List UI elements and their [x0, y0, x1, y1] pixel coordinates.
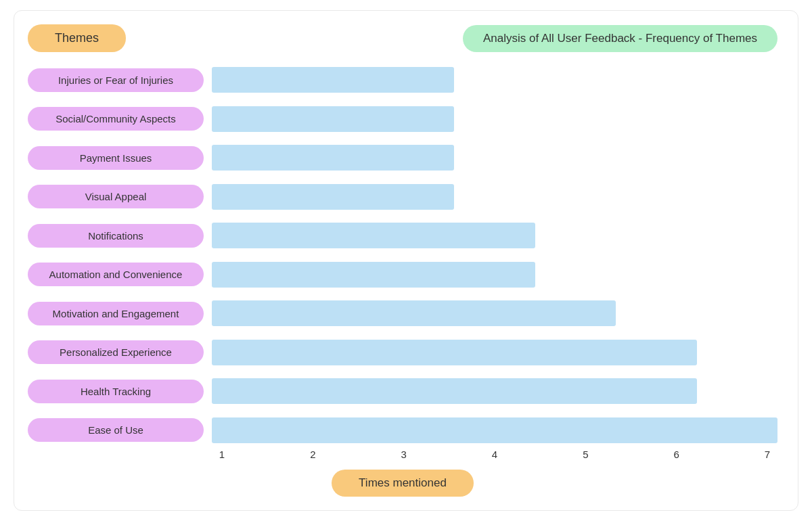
bar-area	[212, 300, 777, 326]
bar	[212, 106, 454, 132]
x-axis-label: Times mentioned	[332, 470, 474, 497]
bar-area	[212, 67, 777, 93]
bar	[212, 184, 454, 210]
axis-tick-label: 2	[302, 449, 323, 460]
bar-area	[212, 262, 777, 288]
bar-area	[212, 340, 777, 365]
bar-area	[212, 145, 777, 171]
bar-row: Injuries or Fear of Injuries	[28, 64, 777, 95]
bar-row: Automation and Convenience	[28, 259, 777, 290]
header-row: Themes Analysis of All User Feedback - F…	[28, 24, 777, 52]
bar-area	[212, 184, 777, 210]
theme-pill: Automation and Convenience	[28, 263, 204, 286]
bar-area	[212, 223, 777, 248]
bar	[212, 262, 535, 288]
bar-area	[212, 106, 777, 132]
bar	[212, 300, 616, 326]
footer-row: Times mentioned	[28, 470, 777, 497]
theme-pill: Notifications	[28, 224, 204, 248]
bar-area	[212, 378, 777, 404]
axis-tick-label: 6	[667, 449, 687, 460]
bar-area	[212, 417, 777, 443]
bar-row: Health Tracking	[28, 376, 777, 407]
bar	[212, 340, 697, 365]
bar-row: Notifications	[28, 220, 777, 251]
bar-row: Motivation and Engagement	[28, 298, 777, 329]
theme-pill: Health Tracking	[28, 380, 204, 403]
theme-pill: Personalized Experience	[28, 340, 204, 364]
bar-row: Social/Community Aspects	[28, 104, 777, 135]
chart-body: Injuries or Fear of InjuriesSocial/Commu…	[28, 64, 777, 446]
chart-title: Analysis of All User Feedback - Frequenc…	[463, 25, 777, 52]
theme-pill: Ease of Use	[28, 418, 204, 442]
axis-labels: 1234567	[212, 449, 777, 460]
bar-row: Visual Appeal	[28, 181, 777, 212]
bar-row: Payment Issues	[28, 142, 777, 173]
themes-label: Themes	[28, 24, 126, 52]
theme-pill: Motivation and Engagement	[28, 302, 204, 325]
axis-tick-label: 7	[757, 449, 777, 460]
theme-pill: Injuries or Fear of Injuries	[28, 68, 204, 92]
chart-container: Themes Analysis of All User Feedback - F…	[14, 10, 798, 511]
bar	[212, 378, 697, 404]
axis-tick-label: 1	[212, 449, 232, 460]
theme-pill: Social/Community Aspects	[28, 107, 204, 131]
theme-pill: Visual Appeal	[28, 185, 204, 208]
axis-tick-label: 5	[575, 449, 595, 460]
bar	[212, 223, 535, 248]
bar-row: Ease of Use	[28, 415, 777, 446]
bar-row: Personalized Experience	[28, 337, 777, 368]
bar	[212, 67, 454, 93]
axis-row: 1234567	[28, 449, 777, 460]
axis-tick-label: 3	[394, 449, 414, 460]
theme-pill: Payment Issues	[28, 146, 204, 170]
bar	[212, 417, 777, 443]
bar	[212, 145, 454, 171]
axis-tick-label: 4	[484, 449, 505, 460]
